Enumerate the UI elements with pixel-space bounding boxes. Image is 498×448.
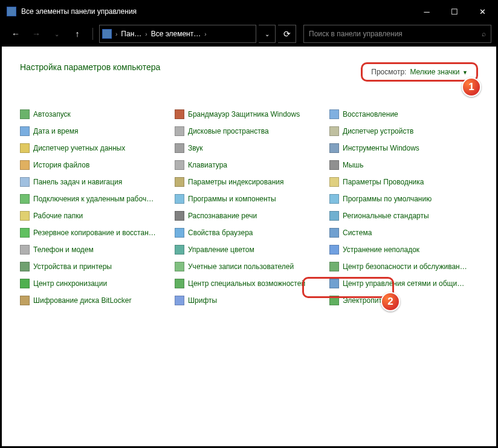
forward-button[interactable]: → — [27, 25, 45, 43]
file-history-icon — [20, 160, 30, 170]
mouse-icon — [329, 160, 339, 170]
bitlocker-icon — [20, 296, 30, 305]
cp-item-programs-features[interactable]: Программы и компоненты — [175, 193, 323, 205]
item-label: Устройства и принтеры — [33, 262, 112, 271]
cp-item-credential-manager[interactable]: Диспетчер учетных данных — [20, 142, 169, 154]
cp-item-date-time[interactable]: Дата и время — [20, 125, 169, 137]
cp-item-region[interactable]: Региональные стандарты — [329, 210, 478, 222]
cp-item-storage-spaces[interactable]: Дисковые пространства — [175, 125, 323, 137]
item-label: Устранение неполадок — [343, 245, 419, 254]
cp-item-sync-center[interactable]: Центр синхронизации — [20, 278, 169, 290]
view-selector[interactable]: Просмотр: Мелкие значки ▼ 1 — [361, 62, 478, 82]
item-label: Распознавание речи — [188, 212, 257, 220]
item-label: Дата и время — [33, 127, 78, 135]
back-button[interactable]: ← — [7, 25, 25, 43]
cp-item-bitlocker[interactable]: Шифрование диска BitLocker — [20, 294, 169, 307]
chevron-right-icon[interactable]: › — [203, 31, 207, 37]
credential-manager-icon — [20, 143, 30, 153]
cp-item-windows-tools[interactable]: Инструменты Windows — [329, 142, 478, 154]
cp-item-devices-printers[interactable]: Устройства и принтеры — [20, 261, 169, 273]
item-label: Рабочие папки — [33, 212, 83, 220]
item-label: Шрифты — [188, 296, 217, 305]
search-input[interactable]: Поиск в панели управления ⌕ — [303, 25, 491, 43]
cp-item-taskbar-navigation[interactable]: Панель задач и навигация — [20, 176, 169, 188]
user-accounts-icon — [175, 262, 184, 271]
chevron-down-icon: ▼ — [461, 70, 468, 76]
cp-item-security-maintenance[interactable]: Центр безопасности и обслуживан… — [329, 261, 478, 273]
titlebar: Все элементы панели управления ─ ☐ ✕ — [2, 2, 496, 21]
view-value: Мелкие значки ▼ — [410, 68, 468, 76]
fonts-icon — [175, 296, 184, 305]
cp-item-autoplay[interactable]: Автозапуск — [20, 108, 169, 120]
item-label: Свойства браузера — [188, 229, 253, 237]
breadcrumb-seg2[interactable]: Все элемент… — [149, 30, 204, 38]
item-label: Система — [343, 229, 372, 237]
item-label: Инструменты Windows — [343, 144, 419, 152]
cp-item-backup-restore[interactable]: Резервное копирование и восстан… — [20, 227, 169, 239]
cp-item-remote-app[interactable]: Подключения к удаленным рабоч… — [20, 193, 169, 205]
breadcrumb-seg1[interactable]: Пан… — [118, 30, 144, 38]
refresh-button[interactable]: ⟳ — [278, 25, 296, 43]
cp-item-speech-recognition[interactable]: Распознавание речи — [175, 210, 323, 222]
recent-dropdown[interactable]: ⌄ — [48, 25, 66, 43]
network-sharing-icon — [329, 279, 339, 288]
cp-item-recovery[interactable]: Восстановление — [329, 108, 478, 120]
cp-item-indexing-options[interactable]: Параметры индексирования — [175, 176, 323, 188]
cp-item-troubleshooting[interactable]: Устранение неполадок — [329, 244, 478, 256]
item-label: Центр специальных возможностей — [188, 279, 305, 288]
cp-item-ease-of-access[interactable]: Центр специальных возможностей — [175, 278, 323, 290]
cp-item-mouse[interactable]: Мышь — [329, 159, 478, 171]
item-label: Диспетчер учетных данных — [33, 144, 125, 152]
window-frame: Все элементы панели управления ─ ☐ ✕ ← →… — [0, 0, 498, 448]
cp-item-power-options[interactable]: Электропитание — [329, 294, 478, 307]
address-history-dropdown[interactable]: ⌄ — [259, 25, 276, 43]
item-label: Центр безопасности и обслуживан… — [343, 262, 467, 271]
maximize-button[interactable]: ☐ — [441, 2, 468, 21]
page-title: Настройка параметров компьютера — [20, 62, 160, 72]
chevron-right-icon[interactable]: › — [114, 31, 118, 37]
keyboard-icon — [175, 160, 184, 170]
taskbar-navigation-icon — [20, 177, 30, 187]
cp-item-phone-modem[interactable]: Телефон и модем — [20, 244, 169, 256]
item-label: Параметры индексирования — [188, 178, 283, 186]
search-icon: ⌕ — [482, 30, 486, 38]
cp-item-network-sharing[interactable]: Центр управления сетями и общи… — [329, 278, 478, 290]
up-button[interactable]: ↑ — [68, 25, 86, 43]
cp-item-explorer-options[interactable]: Параметры Проводника — [329, 176, 478, 188]
date-time-icon — [20, 126, 30, 136]
explorer-options-icon — [329, 177, 339, 187]
firewall-icon — [175, 109, 184, 119]
close-button[interactable]: ✕ — [468, 2, 496, 21]
chevron-right-icon[interactable]: › — [144, 31, 148, 37]
backup-restore-icon — [20, 228, 30, 238]
cp-item-keyboard[interactable]: Клавиатура — [175, 159, 323, 171]
autoplay-icon — [20, 109, 30, 119]
work-folders-icon — [20, 211, 30, 221]
storage-spaces-icon — [175, 126, 184, 136]
programs-features-icon — [175, 194, 184, 204]
cp-item-color-management[interactable]: Управление цветом — [175, 244, 323, 256]
indexing-options-icon — [175, 177, 184, 187]
cp-item-default-programs[interactable]: Программы по умолчанию — [329, 193, 478, 205]
color-management-icon — [175, 245, 184, 255]
item-label: Программы и компоненты — [188, 195, 276, 203]
minimize-button[interactable]: ─ — [413, 2, 441, 21]
cp-item-user-accounts[interactable]: Учетные записи пользователей — [175, 261, 323, 273]
phone-modem-icon — [20, 245, 30, 255]
cp-item-work-folders[interactable]: Рабочие папки — [20, 210, 169, 222]
cp-item-device-manager[interactable]: Диспетчер устройств — [329, 125, 478, 137]
cp-item-system[interactable]: Система — [329, 227, 478, 239]
cp-item-firewall[interactable]: Брандмауэр Защитника Windows — [175, 108, 323, 120]
address-bar[interactable]: › Пан… › Все элемент… › — [99, 25, 256, 43]
items-grid: АвтозапускБрандмауэр Защитника WindowsВо… — [20, 108, 478, 307]
nav-separator — [92, 28, 93, 40]
power-options-icon — [329, 296, 339, 305]
item-label: Панель задач и навигация — [33, 178, 122, 186]
cp-item-fonts[interactable]: Шрифты — [175, 294, 323, 307]
cp-item-sound[interactable]: Звук — [175, 142, 323, 154]
remote-app-icon — [20, 194, 30, 204]
item-label: Клавиатура — [188, 161, 227, 169]
cp-item-internet-options[interactable]: Свойства браузера — [175, 227, 323, 239]
region-icon — [329, 211, 339, 221]
cp-item-file-history[interactable]: История файлов — [20, 159, 169, 171]
